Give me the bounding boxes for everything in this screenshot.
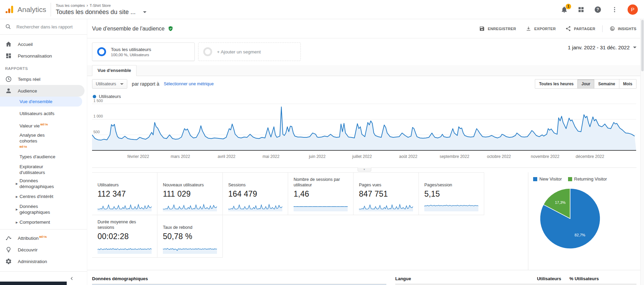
pie-slice-label: 82,7% (575, 233, 585, 237)
sidebar-item-home[interactable]: Accueil (0, 38, 87, 50)
stat-card[interactable]: Pages vues847 751 (353, 173, 419, 215)
sidebar-item-label: Découvrir (18, 247, 38, 252)
save-button[interactable]: ENREGISTRER (479, 26, 516, 32)
export-button[interactable]: EXPORTER (526, 26, 556, 32)
demographics-title: Données démographiques (92, 274, 386, 284)
stat-card[interactable]: Taux de rebond50,78 % (157, 215, 223, 258)
avatar[interactable]: P (628, 4, 638, 15)
expand-arrow-icon[interactable]: ▶ (16, 207, 18, 212)
sidebar-item-audience[interactable]: Audience (0, 85, 85, 97)
stat-card-label: Durée moyenne des sessions (98, 219, 152, 230)
insights-button[interactable]: INSIGHTS (609, 26, 636, 32)
svg-text:septembre 2022: septembre 2022 (440, 154, 469, 159)
gear-icon (5, 258, 12, 265)
metric-selector[interactable]: Utilisateurs (92, 79, 127, 89)
sidebar-item-audience-types[interactable]: Types d'audience (0, 152, 63, 161)
stat-cards: Utilisateurs112 347Nouveaux utilisateurs… (92, 172, 528, 270)
stat-sparkline (359, 201, 413, 211)
stat-card[interactable]: Pages/session5,15 (419, 173, 484, 215)
search-input[interactable] (16, 24, 81, 29)
sidebar-item-realtime[interactable]: Temps réel (0, 73, 87, 85)
granularity-mois[interactable]: Mois (619, 79, 636, 89)
analytics-logo[interactable]: Analytics (0, 5, 51, 14)
page-title-text: Vue d'ensemble de l'audience (92, 26, 165, 32)
granularity-semaine[interactable]: Semaine (594, 79, 619, 89)
help-button[interactable]: ? (594, 6, 602, 13)
apps-button[interactable] (577, 6, 585, 13)
apps-grid-icon (577, 6, 585, 13)
scrollbar[interactable] (640, 19, 644, 285)
sidebar-item-behavior[interactable]: ▶Comportement (0, 218, 63, 227)
sidebar-item-lifetime-value[interactable]: Valeur vieBÊTA (0, 121, 63, 130)
kebab-menu-button[interactable] (611, 6, 618, 13)
visitor-pie-chart[interactable]: 82,7%17,3% (536, 184, 604, 253)
sidebar-item-user-explorer[interactable]: Explorateur d'utilisateurs (0, 164, 63, 175)
scrollbar-thumb[interactable] (641, 20, 644, 71)
lightbulb-icon (5, 246, 12, 253)
stat-card[interactable]: Sessions164 479 (223, 173, 288, 215)
share-button[interactable]: PARTAGER (565, 26, 595, 32)
granularity-jour[interactable]: Jour (578, 79, 594, 89)
legend-label: Utilisateurs (99, 94, 121, 99)
chart-collapse-tab[interactable]: ▼ (358, 168, 371, 172)
sidebar-item-attribution[interactable]: AttributionBÊTA (0, 232, 87, 244)
sidebar-item-label: Valeur vieBÊTA (20, 122, 48, 129)
language-table: Langue Utilisateurs % Utilisateurs 1.fr-… (395, 274, 636, 285)
stat-card[interactable]: Nouveaux utilisateurs111 029 (157, 173, 223, 215)
sidebar-item-customization[interactable]: Personnalisation (0, 50, 87, 62)
notifications-button[interactable]: 1 (561, 6, 568, 13)
header-actions: 1 ? P (561, 4, 644, 15)
add-segment-button[interactable]: + Ajouter un segment (198, 42, 301, 61)
granularity-control: Toutes les heuresJourSemaineMois (535, 79, 636, 89)
segment-row: Tous les utilisateurs 100,00 %, Utilisat… (87, 38, 644, 63)
expand-arrow-icon[interactable]: ▶ (16, 181, 18, 187)
insights-button-label: INSIGHTS (618, 27, 636, 31)
granularity-toutes-les-heures[interactable]: Toutes les heures (535, 79, 578, 89)
analytics-app: Analytics Tous les comptes T-Shirt Store… (0, 0, 644, 285)
breadcrumb-accounts[interactable]: Tous les comptes (56, 3, 85, 8)
chart-divider: ▼ (92, 168, 636, 172)
stat-sparkline (228, 201, 282, 211)
sidebar-item-label: Administration (18, 259, 47, 264)
customization-icon (5, 52, 12, 59)
stat-cards-row-2: Durée moyenne des sessions00:02:28Taux d… (92, 215, 484, 258)
stat-card-label: Nombre de sessions par utilisateur (294, 176, 348, 188)
property-block: Tous les comptes T-Shirt Store Toutes le… (56, 3, 146, 16)
sidebar-item-cohort-analysis[interactable]: Analyse des cohortesBÊTA (0, 132, 63, 150)
sidebar-item-overview[interactable]: Vue d'ensemble (0, 97, 82, 107)
sidebar-item-demographics[interactable]: ▶Données démographiques (0, 178, 63, 189)
stat-sparkline (98, 201, 152, 211)
sidebar-item-active-users[interactable]: Utilisateurs actifs (0, 109, 63, 118)
stat-card[interactable]: Durée moyenne des sessions00:02:28 (92, 215, 157, 258)
sidebar: AccueilPersonnalisationRAPPORTSTemps rée… (0, 19, 87, 285)
sidebar-section-label: RAPPORTS (0, 62, 87, 73)
beta-badge: BÊTA (39, 235, 47, 238)
actions-divider (602, 25, 603, 32)
sidebar-item-geo[interactable]: ▶Données géographiques (0, 203, 63, 215)
stat-card-value: 847 751 (359, 189, 413, 199)
expand-arrow-icon[interactable]: ▶ (16, 219, 18, 225)
kebab-icon (611, 6, 618, 13)
select-metric-link[interactable]: Sélectionner une métrique (164, 82, 214, 86)
sidebar-item-discover[interactable]: Découvrir (0, 244, 87, 256)
report-actions: ENREGISTREREXPORTERPARTAGERINSIGHTS (479, 25, 636, 32)
segment-card-all-users[interactable]: Tous les utilisateurs 100,00 %, Utilisat… (92, 42, 195, 61)
date-range-picker[interactable]: 1 janv. 2022 - 31 déc. 2022 (568, 45, 636, 50)
timeseries-chart[interactable]: 5001 0001 500février 2022mars 2022avril … (92, 99, 636, 165)
stat-card[interactable]: Utilisateurs112 347 (92, 173, 157, 215)
sidebar-item-label: Comportement (20, 219, 50, 225)
home-icon (5, 41, 12, 48)
sidebar-nav: AccueilPersonnalisationRAPPORTSTemps rée… (0, 35, 87, 271)
property-selector[interactable]: Toutes les données du site ... (56, 9, 146, 16)
stat-card-value: 112 347 (98, 189, 152, 199)
expand-arrow-icon[interactable]: ▶ (16, 194, 18, 199)
sidebar-item-admin[interactable]: Administration (0, 256, 87, 267)
stat-card[interactable]: Nombre de sessions par utilisateur1,46 (288, 173, 353, 215)
col-header-dimension: Langue (395, 276, 520, 281)
timeseries-legend: Utilisateurs (93, 94, 636, 99)
stat-card-label: Pages vues (359, 176, 413, 188)
svg-text:avril 2022: avril 2022 (218, 154, 235, 159)
sidebar-item-interests[interactable]: ▶Centres d'intérêt (0, 192, 63, 201)
breadcrumb-account[interactable]: T-Shirt Store (90, 3, 111, 8)
tab-overview[interactable]: Vue d'ensemble (92, 65, 137, 76)
